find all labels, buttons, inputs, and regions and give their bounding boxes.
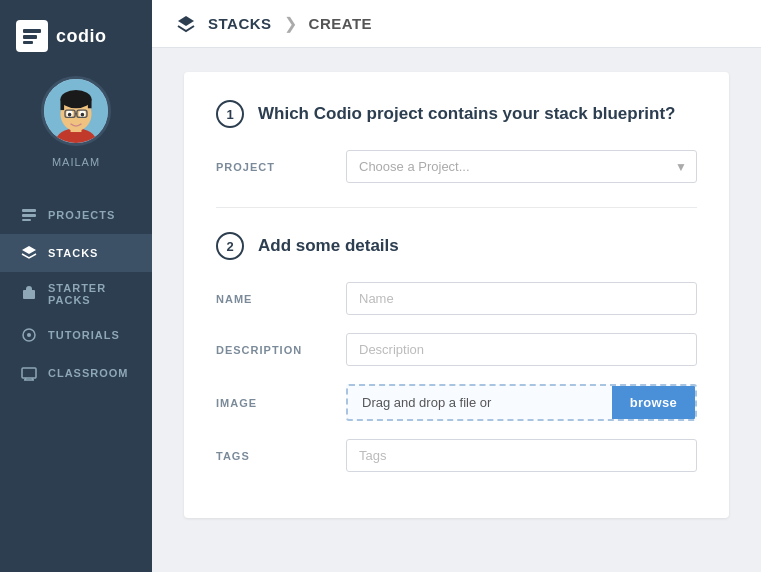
section-2: 2 Add some details NAME DESCRIPTION: [216, 232, 697, 472]
svg-rect-17: [22, 209, 36, 212]
form-card: 1 Which Codio project contains your stac…: [184, 72, 729, 518]
svg-rect-8: [60, 99, 64, 110]
section-1: 1 Which Codio project contains your stac…: [216, 100, 697, 183]
projects-label: PROJECTS: [48, 209, 115, 221]
description-input[interactable]: [346, 333, 697, 366]
stacks-icon: [20, 244, 38, 262]
sidebar: codio: [0, 0, 152, 572]
classroom-label: CLASSROOM: [48, 367, 129, 379]
project-select-wrapper: Choose a Project... ▼: [346, 150, 697, 183]
svg-rect-2: [23, 41, 33, 44]
image-control: Drag and drop a file or browse: [346, 384, 697, 421]
svg-rect-9: [88, 99, 92, 108]
image-upload-area[interactable]: Drag and drop a file or browse: [346, 384, 697, 421]
stacks-label: STACKS: [48, 247, 98, 259]
name-input[interactable]: [346, 282, 697, 315]
section-2-number: 2: [216, 232, 244, 260]
content-area: 1 Which Codio project contains your stac…: [152, 48, 761, 572]
name-label: NAME: [216, 293, 326, 305]
description-row: DESCRIPTION: [216, 333, 697, 366]
projects-icon: [20, 206, 38, 224]
project-select[interactable]: Choose a Project...: [346, 150, 697, 183]
sidebar-item-starter-packs[interactable]: STARTER PACKS: [0, 272, 152, 316]
logo: codio: [0, 20, 152, 52]
avatar: [41, 76, 111, 146]
section-2-header: 2 Add some details: [216, 232, 697, 260]
sidebar-item-stacks[interactable]: STACKS: [0, 234, 152, 272]
breadcrumb-separator: ❯: [284, 14, 297, 33]
image-upload-text: Drag and drop a file or: [348, 387, 612, 418]
logo-icon: [16, 20, 48, 52]
tags-row: TAGS: [216, 439, 697, 472]
project-row: PROJECT Choose a Project... ▼: [216, 150, 697, 183]
svg-rect-19: [22, 219, 31, 221]
svg-rect-23: [22, 368, 36, 378]
image-row: IMAGE Drag and drop a file or browse: [216, 384, 697, 421]
tutorials-icon: [20, 326, 38, 344]
section-1-number: 1: [216, 100, 244, 128]
username: MAILAM: [52, 156, 100, 168]
section-1-header: 1 Which Codio project contains your stac…: [216, 100, 697, 128]
nav-items: PROJECTS STACKS STARTER PACKS: [0, 196, 152, 392]
main-content: STACKS ❯ CREATE 1 Which Codio project co…: [152, 0, 761, 572]
tags-label: TAGS: [216, 450, 326, 462]
name-control: [346, 282, 697, 315]
tags-control: [346, 439, 697, 472]
svg-rect-20: [23, 290, 35, 299]
classroom-icon: [20, 364, 38, 382]
project-label: PROJECT: [216, 161, 326, 173]
section-2-title: Add some details: [258, 236, 399, 256]
svg-rect-18: [22, 214, 36, 217]
sidebar-item-projects[interactable]: PROJECTS: [0, 196, 152, 234]
image-label: IMAGE: [216, 397, 326, 409]
page-header: STACKS ❯ CREATE: [152, 0, 761, 48]
name-row: NAME: [216, 282, 697, 315]
svg-point-7: [60, 90, 91, 108]
description-control: [346, 333, 697, 366]
svg-point-12: [68, 113, 72, 117]
sidebar-item-tutorials[interactable]: TUTORIALS: [0, 316, 152, 354]
section-1-title: Which Codio project contains your stack …: [258, 104, 675, 124]
starter-packs-label: STARTER PACKS: [48, 282, 132, 306]
browse-button[interactable]: browse: [612, 386, 695, 419]
logo-text: codio: [56, 26, 107, 47]
sidebar-item-classroom[interactable]: CLASSROOM: [0, 354, 152, 392]
tutorials-label: TUTORIALS: [48, 329, 120, 341]
svg-rect-0: [23, 29, 41, 33]
breadcrumb-current: CREATE: [309, 15, 373, 32]
svg-rect-1: [23, 35, 37, 39]
svg-point-13: [81, 113, 85, 117]
section-divider: [216, 207, 697, 208]
tags-input[interactable]: [346, 439, 697, 472]
starter-packs-icon: [20, 285, 38, 303]
stacks-header-icon: [176, 14, 196, 34]
header-stacks-title: STACKS: [208, 15, 272, 32]
svg-point-22: [27, 333, 31, 337]
description-label: DESCRIPTION: [216, 344, 326, 356]
